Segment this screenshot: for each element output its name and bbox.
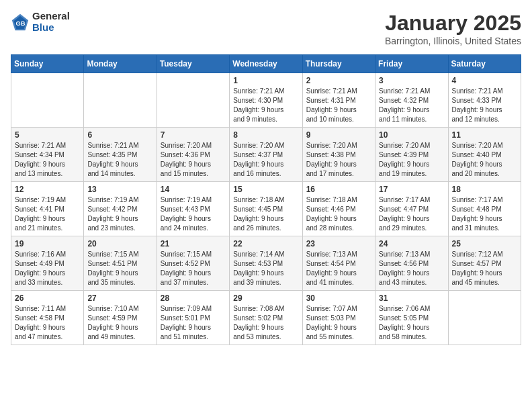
day-info: Sunrise: 7:21 AM Sunset: 4:33 PM Dayligh…: [452, 87, 517, 124]
day-number: 6: [87, 130, 152, 140]
day-number: 18: [452, 185, 517, 194]
day-number: 14: [161, 185, 226, 194]
calendar-cell: 14Sunrise: 7:19 AM Sunset: 4:43 PM Dayli…: [157, 182, 229, 236]
day-info: Sunrise: 7:08 AM Sunset: 5:02 PM Dayligh…: [233, 304, 298, 342]
day-info: Sunrise: 7:21 AM Sunset: 4:35 PM Dayligh…: [87, 141, 152, 179]
day-number: 12: [15, 185, 80, 194]
calendar-cell: [11, 73, 84, 128]
calendar-cell: 30Sunrise: 7:07 AM Sunset: 5:03 PM Dayli…: [302, 291, 375, 345]
day-info: Sunrise: 7:20 AM Sunset: 4:40 PM Dayligh…: [452, 141, 517, 179]
calendar-cell: 1Sunrise: 7:21 AM Sunset: 4:30 PM Daylig…: [230, 73, 302, 128]
weekday-header: Friday: [375, 55, 448, 73]
day-number: 9: [306, 130, 371, 140]
day-number: 27: [87, 293, 152, 303]
calendar-cell: 4Sunrise: 7:21 AM Sunset: 4:33 PM Daylig…: [448, 73, 521, 128]
calendar-cell: 25Sunrise: 7:12 AM Sunset: 4:57 PM Dayli…: [448, 236, 521, 291]
calendar-cell: 19Sunrise: 7:16 AM Sunset: 4:49 PM Dayli…: [11, 236, 84, 291]
day-info: Sunrise: 7:20 AM Sunset: 4:39 PM Dayligh…: [379, 141, 444, 179]
day-info: Sunrise: 7:20 AM Sunset: 4:36 PM Dayligh…: [161, 141, 226, 179]
weekday-header: Thursday: [302, 55, 375, 73]
calendar-table: SundayMondayTuesdayWednesdayThursdayFrid…: [11, 54, 521, 345]
day-number: 26: [15, 293, 80, 303]
day-number: 20: [87, 239, 152, 248]
calendar-cell: 12Sunrise: 7:19 AM Sunset: 4:41 PM Dayli…: [11, 182, 84, 236]
day-info: Sunrise: 7:13 AM Sunset: 4:56 PM Dayligh…: [379, 250, 444, 287]
calendar-week-row: 19Sunrise: 7:16 AM Sunset: 4:49 PM Dayli…: [11, 236, 521, 291]
day-number: 2: [306, 76, 371, 85]
day-number: 15: [233, 185, 298, 194]
calendar-cell: [157, 73, 229, 128]
day-info: Sunrise: 7:14 AM Sunset: 4:53 PM Dayligh…: [233, 250, 298, 287]
day-number: 5: [15, 130, 80, 140]
calendar-week-row: 1Sunrise: 7:21 AM Sunset: 4:30 PM Daylig…: [11, 73, 521, 128]
day-number: 13: [87, 185, 152, 194]
day-number: 25: [452, 239, 517, 248]
logo-icon: GB: [11, 13, 30, 32]
calendar-cell: 9Sunrise: 7:20 AM Sunset: 4:38 PM Daylig…: [302, 128, 375, 182]
day-info: Sunrise: 7:16 AM Sunset: 4:49 PM Dayligh…: [15, 250, 80, 287]
logo-blue: Blue: [32, 22, 70, 34]
day-number: 28: [161, 293, 226, 303]
day-number: 11: [452, 130, 517, 140]
day-info: Sunrise: 7:19 AM Sunset: 4:43 PM Dayligh…: [161, 195, 226, 233]
logo: GB General Blue: [11, 11, 70, 33]
calendar-cell: 16Sunrise: 7:18 AM Sunset: 4:46 PM Dayli…: [302, 182, 375, 236]
calendar-cell: 17Sunrise: 7:17 AM Sunset: 4:47 PM Dayli…: [375, 182, 448, 236]
title-area: January 2025 Barrington, Illinois, Unite…: [385, 11, 521, 46]
month-title: January 2025: [385, 11, 521, 36]
calendar-cell: 3Sunrise: 7:21 AM Sunset: 4:32 PM Daylig…: [375, 73, 448, 128]
day-info: Sunrise: 7:18 AM Sunset: 4:46 PM Dayligh…: [306, 195, 371, 233]
day-info: Sunrise: 7:10 AM Sunset: 4:59 PM Dayligh…: [87, 304, 152, 342]
calendar-cell: 23Sunrise: 7:13 AM Sunset: 4:54 PM Dayli…: [302, 236, 375, 291]
day-number: 23: [306, 239, 371, 248]
weekday-header: Sunday: [11, 55, 84, 73]
logo-text: General Blue: [32, 11, 70, 33]
calendar-cell: 21Sunrise: 7:15 AM Sunset: 4:52 PM Dayli…: [157, 236, 229, 291]
day-number: 30: [306, 293, 371, 303]
day-number: 29: [233, 293, 298, 303]
day-info: Sunrise: 7:18 AM Sunset: 4:45 PM Dayligh…: [233, 195, 298, 233]
calendar-cell: [448, 291, 521, 345]
page-header: GB General Blue January 2025 Barrington,…: [11, 11, 521, 46]
day-info: Sunrise: 7:12 AM Sunset: 4:57 PM Dayligh…: [452, 250, 517, 287]
day-info: Sunrise: 7:09 AM Sunset: 5:01 PM Dayligh…: [161, 304, 226, 342]
calendar-cell: 13Sunrise: 7:19 AM Sunset: 4:42 PM Dayli…: [84, 182, 157, 236]
calendar-cell: 28Sunrise: 7:09 AM Sunset: 5:01 PM Dayli…: [157, 291, 229, 345]
day-number: 1: [233, 76, 298, 85]
day-info: Sunrise: 7:21 AM Sunset: 4:30 PM Dayligh…: [233, 87, 298, 124]
day-info: Sunrise: 7:20 AM Sunset: 4:37 PM Dayligh…: [233, 141, 298, 179]
day-info: Sunrise: 7:07 AM Sunset: 5:03 PM Dayligh…: [306, 304, 371, 342]
calendar-cell: 10Sunrise: 7:20 AM Sunset: 4:39 PM Dayli…: [375, 128, 448, 182]
calendar-cell: 18Sunrise: 7:17 AM Sunset: 4:48 PM Dayli…: [448, 182, 521, 236]
weekday-header: Tuesday: [157, 55, 229, 73]
day-number: 21: [161, 239, 226, 248]
calendar-cell: 20Sunrise: 7:15 AM Sunset: 4:51 PM Dayli…: [84, 236, 157, 291]
day-info: Sunrise: 7:19 AM Sunset: 4:42 PM Dayligh…: [87, 195, 152, 233]
weekday-header: Monday: [84, 55, 157, 73]
day-number: 17: [379, 185, 444, 194]
calendar-cell: 8Sunrise: 7:20 AM Sunset: 4:37 PM Daylig…: [230, 128, 302, 182]
calendar-cell: 29Sunrise: 7:08 AM Sunset: 5:02 PM Dayli…: [230, 291, 302, 345]
calendar-cell: 11Sunrise: 7:20 AM Sunset: 4:40 PM Dayli…: [448, 128, 521, 182]
calendar-cell: 24Sunrise: 7:13 AM Sunset: 4:56 PM Dayli…: [375, 236, 448, 291]
calendar-cell: 26Sunrise: 7:11 AM Sunset: 4:58 PM Dayli…: [11, 291, 84, 345]
day-info: Sunrise: 7:06 AM Sunset: 5:05 PM Dayligh…: [379, 304, 444, 342]
day-info: Sunrise: 7:20 AM Sunset: 4:38 PM Dayligh…: [306, 141, 371, 179]
day-info: Sunrise: 7:11 AM Sunset: 4:58 PM Dayligh…: [15, 304, 80, 342]
calendar-week-row: 5Sunrise: 7:21 AM Sunset: 4:34 PM Daylig…: [11, 128, 521, 182]
weekday-header-row: SundayMondayTuesdayWednesdayThursdayFrid…: [11, 55, 521, 73]
day-info: Sunrise: 7:15 AM Sunset: 4:52 PM Dayligh…: [161, 250, 226, 287]
day-info: Sunrise: 7:19 AM Sunset: 4:41 PM Dayligh…: [15, 195, 80, 233]
logo-general: General: [32, 11, 70, 22]
day-number: 4: [452, 76, 517, 85]
day-number: 22: [233, 239, 298, 248]
calendar-cell: 5Sunrise: 7:21 AM Sunset: 4:34 PM Daylig…: [11, 128, 84, 182]
day-number: 31: [379, 293, 444, 303]
calendar-cell: 15Sunrise: 7:18 AM Sunset: 4:45 PM Dayli…: [230, 182, 302, 236]
calendar-cell: 2Sunrise: 7:21 AM Sunset: 4:31 PM Daylig…: [302, 73, 375, 128]
day-info: Sunrise: 7:17 AM Sunset: 4:48 PM Dayligh…: [452, 195, 517, 233]
day-info: Sunrise: 7:21 AM Sunset: 4:32 PM Dayligh…: [379, 87, 444, 124]
weekday-header: Saturday: [448, 55, 521, 73]
day-info: Sunrise: 7:13 AM Sunset: 4:54 PM Dayligh…: [306, 250, 371, 287]
day-number: 7: [161, 130, 226, 140]
